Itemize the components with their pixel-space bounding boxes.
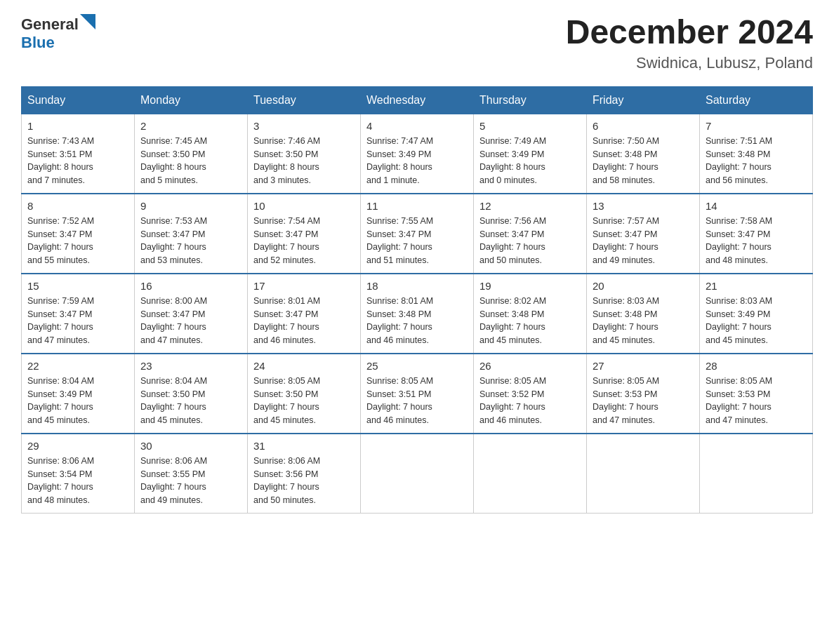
day-info: Sunrise: 7:54 AMSunset: 3:47 PMDaylight:… <box>253 215 355 267</box>
table-row: 30 Sunrise: 8:06 AMSunset: 3:55 PMDaylig… <box>135 434 248 514</box>
day-number: 18 <box>366 280 468 292</box>
day-number: 3 <box>253 120 355 132</box>
day-info: Sunrise: 7:51 AMSunset: 3:48 PMDaylight:… <box>706 135 807 187</box>
day-info: Sunrise: 8:04 AMSunset: 3:49 PMDaylight:… <box>27 375 128 427</box>
logo-triangle-icon <box>80 14 95 29</box>
day-info: Sunrise: 8:05 AMSunset: 3:53 PMDaylight:… <box>706 375 807 427</box>
day-info: Sunrise: 7:59 AMSunset: 3:47 PMDaylight:… <box>27 295 128 347</box>
day-number: 25 <box>366 360 468 372</box>
day-number: 28 <box>706 360 807 372</box>
day-number: 22 <box>27 360 128 372</box>
table-row: 10 Sunrise: 7:54 AMSunset: 3:47 PMDaylig… <box>248 194 361 274</box>
table-row: 21 Sunrise: 8:03 AMSunset: 3:49 PMDaylig… <box>700 274 813 354</box>
day-info: Sunrise: 8:05 AMSunset: 3:52 PMDaylight:… <box>479 375 581 427</box>
svg-marker-0 <box>80 14 95 29</box>
col-header-wednesday: Wednesday <box>361 86 474 114</box>
table-row: 14 Sunrise: 7:58 AMSunset: 3:47 PMDaylig… <box>700 194 813 274</box>
table-row: 11 Sunrise: 7:55 AMSunset: 3:47 PMDaylig… <box>361 194 474 274</box>
day-number: 11 <box>366 200 468 212</box>
day-number: 17 <box>253 280 355 292</box>
logo-general: General <box>21 15 79 33</box>
table-row: 16 Sunrise: 8:00 AMSunset: 3:47 PMDaylig… <box>135 274 248 354</box>
table-row: 13 Sunrise: 7:57 AMSunset: 3:47 PMDaylig… <box>587 194 700 274</box>
calendar-table: SundayMondayTuesdayWednesdayThursdayFrid… <box>21 86 813 514</box>
table-row: 29 Sunrise: 8:06 AMSunset: 3:54 PMDaylig… <box>22 434 135 514</box>
table-row: 22 Sunrise: 8:04 AMSunset: 3:49 PMDaylig… <box>22 354 135 434</box>
calendar-week-2: 8 Sunrise: 7:52 AMSunset: 3:47 PMDayligh… <box>22 194 813 274</box>
day-number: 15 <box>27 280 128 292</box>
table-row: 15 Sunrise: 7:59 AMSunset: 3:47 PMDaylig… <box>22 274 135 354</box>
day-number: 16 <box>140 280 241 292</box>
day-info: Sunrise: 8:01 AMSunset: 3:48 PMDaylight:… <box>366 295 468 347</box>
table-row: 24 Sunrise: 8:05 AMSunset: 3:50 PMDaylig… <box>248 354 361 434</box>
day-info: Sunrise: 8:02 AMSunset: 3:48 PMDaylight:… <box>479 295 581 347</box>
day-info: Sunrise: 7:55 AMSunset: 3:47 PMDaylight:… <box>366 215 468 267</box>
day-info: Sunrise: 8:06 AMSunset: 3:55 PMDaylight:… <box>140 455 241 507</box>
table-row: 2 Sunrise: 7:45 AMSunset: 3:50 PMDayligh… <box>135 114 248 194</box>
day-info: Sunrise: 7:49 AMSunset: 3:49 PMDaylight:… <box>479 135 581 187</box>
day-info: Sunrise: 8:03 AMSunset: 3:49 PMDaylight:… <box>706 295 807 347</box>
day-info: Sunrise: 8:04 AMSunset: 3:50 PMDaylight:… <box>140 375 241 427</box>
day-number: 26 <box>479 360 581 372</box>
table-row: 5 Sunrise: 7:49 AMSunset: 3:49 PMDayligh… <box>474 114 587 194</box>
table-row: 31 Sunrise: 8:06 AMSunset: 3:56 PMDaylig… <box>248 434 361 514</box>
calendar-header-row: SundayMondayTuesdayWednesdayThursdayFrid… <box>22 86 813 114</box>
table-row: 27 Sunrise: 8:05 AMSunset: 3:53 PMDaylig… <box>587 354 700 434</box>
table-row: 18 Sunrise: 8:01 AMSunset: 3:48 PMDaylig… <box>361 274 474 354</box>
day-number: 8 <box>27 200 128 212</box>
day-number: 2 <box>140 120 241 132</box>
day-number: 21 <box>706 280 807 292</box>
day-number: 4 <box>366 120 468 132</box>
table-row: 20 Sunrise: 8:03 AMSunset: 3:48 PMDaylig… <box>587 274 700 354</box>
day-number: 9 <box>140 200 241 212</box>
table-row: 9 Sunrise: 7:53 AMSunset: 3:47 PMDayligh… <box>135 194 248 274</box>
day-number: 30 <box>140 440 241 452</box>
col-header-friday: Friday <box>587 86 700 114</box>
calendar-week-4: 22 Sunrise: 8:04 AMSunset: 3:49 PMDaylig… <box>22 354 813 434</box>
logo-text: General Blue <box>21 14 95 52</box>
calendar-week-3: 15 Sunrise: 7:59 AMSunset: 3:47 PMDaylig… <box>22 274 813 354</box>
table-row: 23 Sunrise: 8:04 AMSunset: 3:50 PMDaylig… <box>135 354 248 434</box>
col-header-tuesday: Tuesday <box>248 86 361 114</box>
day-info: Sunrise: 7:57 AMSunset: 3:47 PMDaylight:… <box>593 215 694 267</box>
day-info: Sunrise: 8:05 AMSunset: 3:50 PMDaylight:… <box>253 375 355 427</box>
logo-blue: Blue <box>21 34 55 51</box>
col-header-monday: Monday <box>135 86 248 114</box>
logo: General Blue <box>21 14 95 52</box>
table-row <box>700 434 813 514</box>
day-number: 12 <box>479 200 581 212</box>
table-row <box>361 434 474 514</box>
table-row: 17 Sunrise: 8:01 AMSunset: 3:47 PMDaylig… <box>248 274 361 354</box>
day-info: Sunrise: 8:06 AMSunset: 3:56 PMDaylight:… <box>253 455 355 507</box>
calendar-week-1: 1 Sunrise: 7:43 AMSunset: 3:51 PMDayligh… <box>22 114 813 194</box>
table-row <box>474 434 587 514</box>
day-info: Sunrise: 8:01 AMSunset: 3:47 PMDaylight:… <box>253 295 355 347</box>
day-number: 1 <box>27 120 128 132</box>
day-info: Sunrise: 7:58 AMSunset: 3:47 PMDaylight:… <box>706 215 807 267</box>
col-header-sunday: Sunday <box>22 86 135 114</box>
day-info: Sunrise: 7:43 AMSunset: 3:51 PMDaylight:… <box>27 135 128 187</box>
day-number: 13 <box>593 200 694 212</box>
table-row: 25 Sunrise: 8:05 AMSunset: 3:51 PMDaylig… <box>361 354 474 434</box>
calendar-week-5: 29 Sunrise: 8:06 AMSunset: 3:54 PMDaylig… <box>22 434 813 514</box>
table-row <box>587 434 700 514</box>
day-info: Sunrise: 7:53 AMSunset: 3:47 PMDaylight:… <box>140 215 241 267</box>
day-number: 27 <box>593 360 694 372</box>
col-header-saturday: Saturday <box>700 86 813 114</box>
table-row: 4 Sunrise: 7:47 AMSunset: 3:49 PMDayligh… <box>361 114 474 194</box>
day-number: 24 <box>253 360 355 372</box>
day-info: Sunrise: 8:03 AMSunset: 3:48 PMDaylight:… <box>593 295 694 347</box>
table-row: 19 Sunrise: 8:02 AMSunset: 3:48 PMDaylig… <box>474 274 587 354</box>
day-info: Sunrise: 7:52 AMSunset: 3:47 PMDaylight:… <box>27 215 128 267</box>
table-row: 6 Sunrise: 7:50 AMSunset: 3:48 PMDayligh… <box>587 114 700 194</box>
col-header-thursday: Thursday <box>474 86 587 114</box>
location: Swidnica, Lubusz, Poland <box>566 54 813 72</box>
table-row: 1 Sunrise: 7:43 AMSunset: 3:51 PMDayligh… <box>22 114 135 194</box>
day-number: 14 <box>706 200 807 212</box>
day-number: 10 <box>253 200 355 212</box>
day-number: 19 <box>479 280 581 292</box>
day-number: 20 <box>593 280 694 292</box>
table-row: 28 Sunrise: 8:05 AMSunset: 3:53 PMDaylig… <box>700 354 813 434</box>
day-info: Sunrise: 8:00 AMSunset: 3:47 PMDaylight:… <box>140 295 241 347</box>
day-number: 31 <box>253 440 355 452</box>
